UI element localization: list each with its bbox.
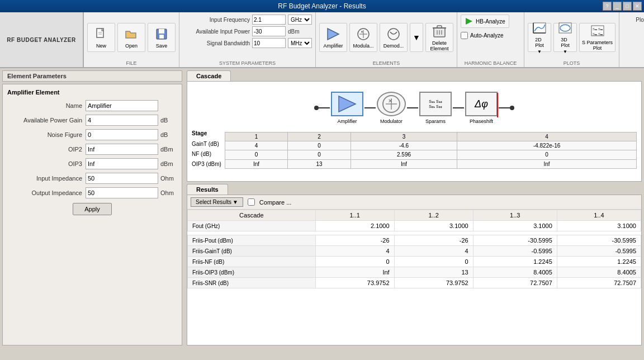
oip3-result-row: Friis-OIP3 (dBm) Inf 13 8.4005 8.4005 — [188, 267, 641, 278]
red-indicator — [497, 93, 498, 117]
minimize-button[interactable]: _ — [613, 2, 622, 11]
output-impedance-field[interactable] — [86, 187, 158, 198]
sparams-text: S₁₁ S₁₂S₂₁ S₂₂ — [429, 99, 442, 109]
oip3-12: 13 — [394, 267, 473, 278]
oip3-1: Inf — [225, 159, 288, 168]
fout-12: 3.1000 — [394, 221, 473, 231]
hb-analyze-button[interactable]: HB-Analyze — [461, 15, 509, 28]
toolbar: RF BUDGET ANALYZER New Open — [0, 12, 644, 68]
more-elements-button[interactable]: ▼ — [410, 23, 423, 52]
params-plot-label: PLOTS — [623, 60, 644, 67]
signal-bandwidth-field[interactable] — [252, 38, 286, 48]
signal-bandwidth-label: Signal Bandwidth — [183, 40, 250, 46]
chain-line-3 — [453, 107, 464, 108]
app-tab[interactable]: RF BUDGET ANALYZER — [0, 12, 84, 67]
oip3-4: Inf — [457, 159, 637, 168]
delete-icon — [432, 23, 447, 39]
compare-checkbox[interactable] — [248, 198, 255, 206]
col-1-1: 1..1 — [315, 210, 394, 221]
cascade-diagram-area: Amplifier ✕ Modulat — [187, 81, 642, 182]
svg-marker-6 — [328, 29, 339, 40]
plot-bandwidth-row: Plot Bandwidth MHzGHz — [623, 15, 644, 25]
plot-3d-button[interactable]: 3DPlot ▼ — [553, 23, 577, 52]
amplifier-button[interactable]: Amplifier — [319, 23, 347, 52]
oip3-2: 13 — [288, 159, 351, 168]
modulator-node[interactable]: ✕ Modulator — [377, 92, 406, 124]
signal-bandwidth-unit[interactable]: MHzGHz — [288, 38, 312, 48]
amplifier-node[interactable]: Amplifier — [331, 92, 363, 124]
pout-12: -26 — [394, 235, 473, 246]
input-impedance-field[interactable] — [86, 173, 158, 184]
nf-row: 0 0 2.596 0 — [225, 150, 636, 159]
open-icon — [124, 26, 139, 42]
sparams-node[interactable]: S₁₁ S₁₂S₂₁ S₂₂ Sparams — [419, 92, 452, 124]
modulator-button[interactable]: ✕ Modula... — [349, 23, 377, 52]
file-section: New Open Save FILE — [84, 12, 179, 67]
results-content-area: Select Results ▼ Compare ... Cascade 1..… — [187, 195, 642, 345]
oip3-field[interactable] — [86, 158, 158, 169]
oip3-13: 8.4005 — [473, 267, 557, 278]
name-field[interactable] — [86, 100, 158, 111]
save-button[interactable]: Save — [148, 23, 176, 52]
power-gain-field[interactable] — [86, 115, 158, 126]
delete-element-button[interactable]: DeleteElement — [425, 23, 453, 52]
app-title: RF Budget Analyzer - Results — [278, 2, 366, 10]
save-label: Save — [156, 43, 168, 49]
phaseshift-node-label: Phaseshift — [470, 119, 493, 124]
svg-rect-14 — [437, 26, 442, 28]
new-button[interactable]: New — [87, 23, 115, 52]
oip2-field[interactable] — [86, 144, 158, 155]
stage-4-header: 4 — [457, 132, 637, 141]
svg-rect-5 — [159, 35, 164, 39]
maximize-button[interactable]: □ — [623, 2, 632, 11]
fout-13: 3.1000 — [473, 221, 557, 231]
input-frequency-unit[interactable]: GHzMHz — [288, 15, 312, 25]
results-tab[interactable]: Results — [187, 184, 228, 195]
available-input-power-row: Available Input Power dBm — [183, 26, 300, 36]
nf-result-row: Friis-NF (dB) 0 0 1.2245 1.2245 — [188, 257, 641, 267]
nf-14: 1.2245 — [557, 257, 641, 267]
input-impedance-label: Input Impedance — [7, 175, 86, 182]
gain-row: 4 0 -4.6 -4.822e-16 — [225, 141, 636, 150]
s-params-plot-button[interactable]: S₁₁ S₁₂ S₂₁ S₂₂ S ParametersPlot — [579, 23, 615, 52]
plot-3d-label: 3DPlot — [561, 37, 570, 48]
element-params-header: Element Parameters — [2, 70, 182, 82]
stage-header: Stage — [192, 127, 224, 139]
output-impedance-label: Output Impedance — [7, 190, 86, 196]
signal-bandwidth-row: Signal Bandwidth MHzGHz — [183, 38, 312, 48]
input-impedance-row: Input Impedance Ohm — [7, 173, 177, 184]
hb-content: HB-Analyze Auto-Analyze — [461, 15, 520, 60]
available-input-power-field[interactable] — [252, 26, 286, 36]
fout-label: Fout (GHz) — [188, 221, 316, 231]
select-results-button[interactable]: Select Results ▼ — [191, 197, 243, 207]
cascade-section: Cascade Amplifier — [187, 70, 642, 182]
chevron-2d-icon: ▼ — [537, 49, 542, 54]
play-icon — [465, 17, 473, 26]
gain-1: 4 — [225, 141, 288, 150]
demodulator-icon — [386, 26, 401, 42]
s-params-icon: S₁₁ S₁₂ S₂₁ S₂₂ — [590, 24, 605, 39]
open-button[interactable]: Open — [117, 23, 145, 52]
plot-2d-button[interactable]: 2DPlot ▼ — [528, 23, 551, 52]
delete-label: DeleteElement — [430, 40, 448, 51]
pout-label: Friis-Pout (dBm) — [188, 235, 316, 246]
close-button[interactable]: ✕ — [633, 2, 642, 11]
noise-figure-field[interactable] — [86, 129, 158, 140]
cascade-tab-bar: Cascade — [187, 70, 642, 81]
plot-settings-section: Plot Bandwidth MHzGHz Resolution points … — [619, 12, 644, 67]
gaint-label: GainT (dB) — [192, 139, 224, 149]
cascade-tab[interactable]: Cascade — [187, 70, 231, 81]
apply-button[interactable]: Apply — [73, 203, 112, 215]
name-label: Name — [7, 102, 86, 109]
phaseshift-node[interactable]: Δφ Phaseshift — [465, 92, 498, 124]
available-input-power-unit: dBm — [288, 29, 300, 35]
auto-analyze-checkbox[interactable] — [461, 32, 468, 39]
available-input-power-label: Available Input Power — [183, 29, 250, 35]
chain-line-0 — [319, 107, 330, 108]
help-button[interactable]: ? — [603, 2, 612, 11]
input-frequency-field[interactable] — [252, 15, 286, 25]
plot-settings-content: Plot Bandwidth MHzGHz Resolution points — [623, 15, 644, 60]
window-controls[interactable]: ? _ □ ✕ — [603, 2, 642, 11]
input-frequency-row: Input Frequency GHzMHz — [183, 15, 312, 25]
demodulator-button[interactable]: Demod... — [380, 23, 408, 52]
